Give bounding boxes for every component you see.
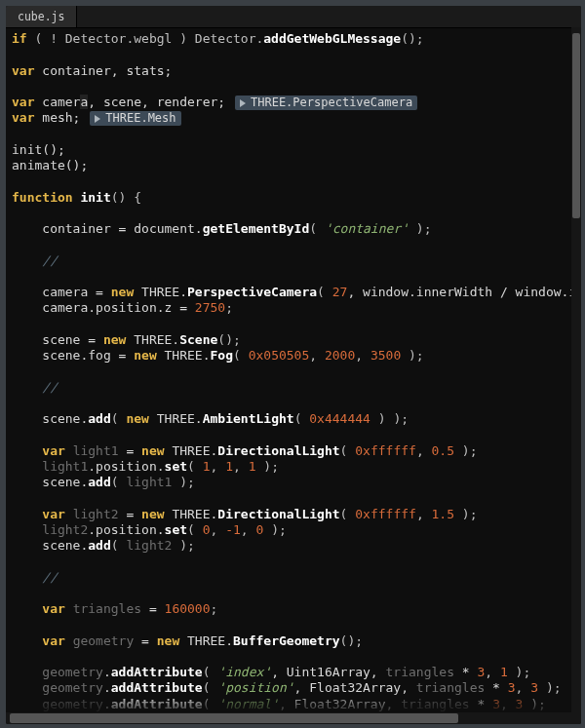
- tab-bar: cube.js: [6, 6, 581, 28]
- code-editor: cube.js if ( ! Detector.webgl ) Detector…: [6, 6, 581, 724]
- type-hint-camera: THREE.PerspectiveCamera: [235, 96, 417, 110]
- source-code: if ( ! Detector.webgl ) Detector.addGetW…: [12, 31, 573, 724]
- type-hint-mesh: THREE.Mesh: [90, 111, 180, 126]
- horizontal-scrollbar[interactable]: [6, 712, 581, 724]
- vertical-scrollbar[interactable]: [571, 27, 581, 712]
- tab-filename: cube.js: [18, 12, 64, 23]
- file-tab[interactable]: cube.js: [6, 6, 77, 27]
- scrollbar-thumb[interactable]: [10, 713, 458, 723]
- scrollbar-thumb[interactable]: [572, 33, 580, 218]
- chevron-right-icon: [240, 99, 246, 107]
- chevron-right-icon: [95, 115, 100, 123]
- code-area[interactable]: if ( ! Detector.webgl ) Detector.addGetW…: [6, 27, 581, 724]
